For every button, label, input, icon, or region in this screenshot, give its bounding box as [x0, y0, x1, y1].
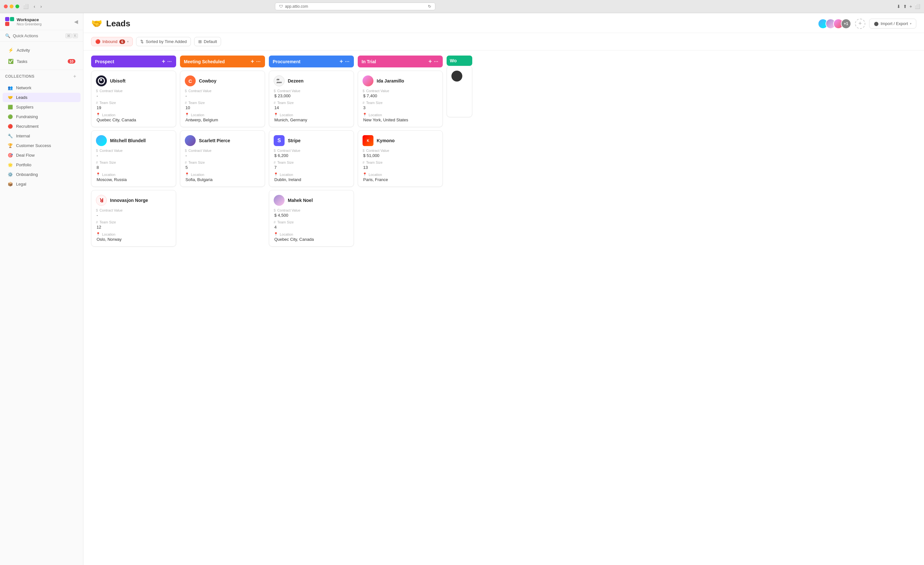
mahek-team-value: 4	[274, 225, 349, 230]
column-won-partial: Wo	[447, 56, 472, 117]
ubisoft-team-field: # Team Size 19	[96, 101, 171, 110]
view-label: Default	[204, 39, 217, 44]
sidebar-collapse-button[interactable]: ◀	[74, 19, 78, 25]
mitchell-team-value: 8	[96, 165, 171, 170]
inbound-chevron-icon: ▾	[127, 40, 129, 44]
ubisoft-card-header: Ubisoft	[96, 75, 171, 86]
collection-item-portfolio[interactable]: 🌟 Portfolio	[3, 160, 81, 170]
ubisoft-location-field: 📍 Location Quebec City, Canada	[96, 113, 171, 122]
grid-icon: #	[96, 161, 98, 164]
import-export-button[interactable]: ⬤ Import / Export ▾	[869, 19, 916, 29]
collection-item-customer-success[interactable]: 🏆 Customer Success	[3, 141, 81, 150]
dezeen-logo-text: dezeen	[276, 78, 282, 84]
view-icon: ⊞	[198, 39, 202, 44]
collection-item-network[interactable]: 👥 Network	[3, 83, 81, 92]
collection-item-onboarding[interactable]: ⚙️ Onboarding	[3, 170, 81, 179]
download-icon[interactable]: ⬇	[897, 4, 901, 9]
stripe-contract-value: $ 6,200	[274, 153, 349, 158]
sidebar-item-activity[interactable]: ⚡ Activity	[3, 45, 81, 56]
add-member-button[interactable]: +	[855, 19, 865, 29]
inbound-filter-button[interactable]: 🔴 Inbound 6 ▾	[91, 37, 133, 46]
grid-icon: #	[274, 101, 276, 105]
sidebar-nav: ⚡ Activity ✅ Tasks 10	[0, 42, 83, 70]
procurement-add-button[interactable]: +	[339, 58, 343, 65]
sort-label: Sorted by Time Added	[146, 39, 187, 44]
sidebar-toggle[interactable]: ⬜	[22, 3, 30, 10]
meeting-add-button[interactable]: +	[250, 58, 254, 65]
collection-item-internal[interactable]: 🔧 Internal	[3, 131, 81, 141]
dollar-icon: $	[274, 208, 276, 212]
import-chevron-icon: ▾	[910, 22, 912, 26]
stripe-card-header: S Stripe	[274, 135, 349, 146]
customer-success-icon: 🏆	[8, 143, 13, 148]
share-icon[interactable]: ⬆	[903, 4, 907, 9]
collection-item-deal-flow[interactable]: 🎯 Deal Flow	[3, 150, 81, 160]
minimize-button[interactable]	[10, 5, 14, 8]
quick-actions-label: Quick Actions	[13, 33, 38, 38]
leads-label: Leads	[16, 95, 27, 100]
location-label: Location	[280, 173, 293, 177]
reload-button[interactable]: ↻	[428, 4, 431, 9]
prospect-add-button[interactable]: +	[162, 58, 165, 65]
main-content: 🤝 Leads +1 + ⬤ Import / Export ▾	[83, 13, 924, 565]
back-button[interactable]: ‹	[32, 3, 37, 10]
forward-button[interactable]: ›	[39, 3, 44, 10]
trial-title: In Trial	[362, 59, 428, 64]
collection-item-fundraising[interactable]: 🟢 Fundraising	[3, 112, 81, 121]
collection-item-recruitment[interactable]: 🔴 Recruitment	[3, 122, 81, 131]
filter-count: 6	[119, 39, 125, 44]
team-label: Team Size	[277, 161, 294, 164]
cowboy-logo: C	[185, 75, 196, 86]
collection-item-legal[interactable]: 📦 Legal	[3, 179, 81, 189]
dezeen-card-header: dezeen Dezeen	[274, 75, 349, 86]
close-button[interactable]	[4, 5, 8, 8]
prospect-actions: + ⋯	[162, 58, 172, 65]
trial-menu-button[interactable]: ⋯	[434, 59, 439, 64]
internal-icon: 🔧	[8, 134, 13, 138]
sidebar-item-tasks[interactable]: ✅ Tasks 10	[3, 56, 81, 67]
meeting-menu-button[interactable]: ⋯	[256, 59, 261, 64]
contract-label: Contract Value	[188, 89, 212, 93]
cowboy-contract-field: $ Contract Value -	[185, 89, 260, 98]
trial-actions: + ⋯	[428, 58, 439, 65]
onboarding-icon: ⚙️	[8, 172, 13, 177]
recruitment-icon: 🔴	[8, 124, 13, 129]
procurement-menu-button[interactable]: ⋯	[345, 59, 350, 64]
header-actions: +1 + ⬤ Import / Export ▾	[818, 19, 916, 29]
stripe-team-value: 7	[274, 165, 349, 170]
view-button[interactable]: ⊞ Default	[194, 37, 221, 46]
quick-actions[interactable]: 🔍 Quick Actions ⌘ K	[0, 30, 83, 42]
team-label: Team Size	[366, 161, 382, 164]
won-column-header-partial: Wo	[447, 56, 472, 66]
location-label: Location	[280, 113, 293, 117]
trial-add-button[interactable]: +	[428, 58, 432, 65]
prospect-menu-button[interactable]: ⋯	[167, 59, 172, 64]
new-tab-icon[interactable]: +	[910, 4, 912, 9]
stripe-team-field: # Team Size 7	[274, 161, 349, 170]
add-collection-button[interactable]: +	[72, 73, 78, 80]
tabs-icon[interactable]: ⬜	[915, 4, 920, 9]
maximize-button[interactable]	[15, 5, 19, 8]
collection-item-leads[interactable]: 🤝 Leads	[3, 93, 81, 102]
column-trial: In Trial + ⋯ Ida Jaramillo $	[358, 56, 443, 187]
onboarding-label: Onboarding	[16, 172, 38, 177]
customer-success-label: Customer Success	[16, 143, 51, 148]
dollar-icon: $	[363, 89, 364, 93]
contract-label: Contract Value	[366, 89, 389, 93]
location-icon: 📍	[274, 232, 278, 236]
ubisoft-location-value: Quebec City, Canada	[96, 117, 171, 122]
team-label: Team Size	[277, 101, 294, 105]
innovasjon-location-value: Oslo, Norway	[96, 237, 171, 242]
scarlett-team-field: # Team Size 5	[185, 161, 260, 170]
kymono-contract-value: $ 51,000	[363, 153, 438, 158]
dezeen-contract-value: $ 23,000	[274, 93, 349, 98]
sort-button[interactable]: ⇅ Sorted by Time Added	[136, 37, 191, 46]
main-header: 🤝 Leads +1 + ⬤ Import / Export ▾	[83, 13, 924, 33]
kymono-logo: K	[363, 135, 374, 146]
address-bar[interactable]: 🛡 app.attio.com ↻	[275, 3, 435, 10]
won-card-partial	[447, 66, 472, 117]
collections-list: 👥 Network 🤝 Leads 🟩 Suppliers 🟢 Fundrais…	[0, 83, 83, 189]
sort-icon: ⇅	[140, 39, 144, 44]
ida-location-value: New York, United States	[363, 117, 438, 122]
collection-item-suppliers[interactable]: 🟩 Suppliers	[3, 102, 81, 112]
